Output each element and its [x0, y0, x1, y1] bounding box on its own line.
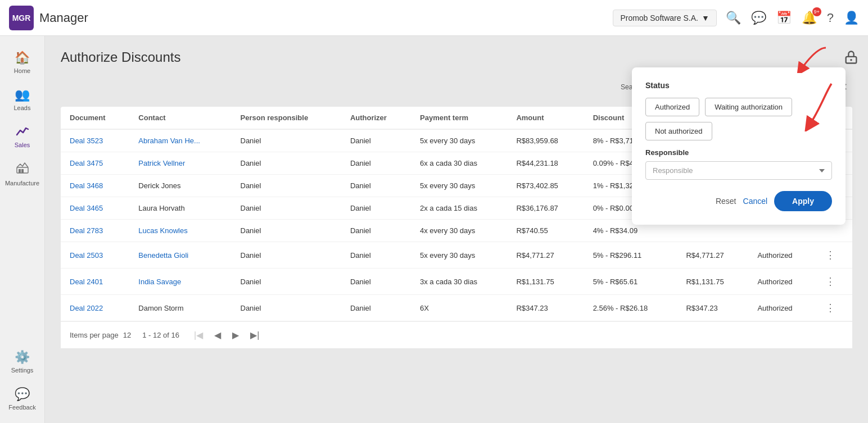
doc-link[interactable]: Deal 2503	[70, 251, 103, 260]
contact-link[interactable]: India Savage	[138, 278, 181, 286]
sidebar-label-feedback: Feedback	[8, 404, 35, 411]
app-title: Manager	[39, 11, 88, 25]
home-icon: 🏠	[15, 51, 30, 65]
sidebar-label-settings: Settings	[11, 367, 34, 374]
sidebar-item-feedback[interactable]: 💬 Feedback	[3, 381, 42, 416]
sales-icon	[16, 125, 29, 139]
notifications-icon[interactable]: 🔔 9+	[802, 11, 817, 25]
sidebar-label-sales: Sales	[15, 142, 30, 148]
status-waiting-button[interactable]: Waiting authorization	[705, 98, 792, 116]
responsible-select[interactable]: Responsible	[645, 161, 832, 180]
page-title: Authorize Discounts	[61, 49, 852, 65]
filter-actions: Reset Cancel Apply	[645, 191, 832, 211]
cancel-button[interactable]: Cancel	[743, 197, 768, 206]
pagination: Items per page 12 1 - 12 of 16 |◀ ◀ ▶ ▶|	[61, 321, 852, 348]
svg-point-4	[850, 59, 852, 61]
company-selector[interactable]: Promob Software S.A. ▼	[613, 10, 716, 26]
contact-link[interactable]: Lucas Knowles	[138, 226, 187, 235]
pagination-range: 1 - 12 of 16	[142, 331, 179, 339]
col-authorizer: Authorizer	[341, 107, 411, 129]
settings-icon: ⚙️	[15, 350, 30, 365]
contact-link[interactable]: Benedetta Gioli	[138, 251, 188, 260]
doc-link[interactable]: Deal 3468	[70, 181, 103, 190]
more-options-button[interactable]: ⋮	[825, 249, 835, 261]
help-icon[interactable]: ?	[827, 11, 834, 25]
filter-status-title: Status	[645, 81, 832, 90]
app-logo: MGR Manager	[9, 6, 88, 30]
more-options-button[interactable]: ⋮	[825, 275, 835, 288]
doc-link[interactable]: Deal 3475	[70, 159, 103, 167]
items-per-page-label: Items per page	[70, 331, 119, 339]
responsible-label: Responsible	[645, 148, 832, 157]
status-authorized-button[interactable]: Authorized	[645, 98, 699, 116]
doc-link[interactable]: Deal 3523	[70, 137, 103, 145]
sidebar-label-home: Home	[14, 67, 30, 74]
sidebar-item-settings[interactable]: ⚙️ Settings	[3, 344, 42, 379]
apply-button[interactable]: Apply	[774, 191, 832, 211]
leads-icon: 👥	[15, 88, 30, 102]
profile-icon[interactable]: 👤	[844, 11, 859, 25]
table-row: Deal 2503 Benedetta Gioli Daniel Daniel …	[61, 242, 852, 269]
reset-button[interactable]: Reset	[716, 197, 736, 206]
sidebar-item-sales[interactable]: Sales	[3, 119, 42, 154]
doc-link[interactable]: Deal 2022	[70, 304, 103, 312]
svg-rect-1	[19, 169, 21, 173]
calendar-icon[interactable]: 📅	[776, 11, 792, 25]
filter-popup: Status Authorized Waiting authorization …	[632, 67, 846, 225]
sidebar-item-leads[interactable]: 👥 Leads	[3, 82, 42, 117]
layout: 🏠 Home 👥 Leads Sales	[0, 36, 868, 423]
table-row: Deal 2022 Damon Storm Daniel Daniel 6X R…	[61, 295, 852, 321]
logo-icon: MGR	[9, 6, 34, 30]
chevron-down-icon: ▼	[702, 13, 709, 22]
next-page-button[interactable]: ▶	[229, 329, 242, 342]
status-not-authorized-button[interactable]: Not authorized	[645, 122, 712, 140]
last-page-button[interactable]: ▶|	[247, 329, 263, 342]
svg-rect-2	[21, 169, 24, 173]
sidebar-label-leads: Leads	[14, 104, 31, 111]
notifications-badge: 9+	[812, 7, 821, 16]
doc-link[interactable]: Deal 3465	[70, 204, 103, 212]
doc-link[interactable]: Deal 2401	[70, 278, 103, 286]
col-payment: Payment term	[411, 107, 507, 129]
navbar-icons: 🔍 💬 📅 🔔 9+ ? 👤	[726, 11, 859, 25]
contact-link[interactable]: Patrick Vellner	[138, 159, 185, 167]
sidebar: 🏠 Home 👥 Leads Sales	[0, 36, 45, 423]
company-name: Promob Software S.A.	[620, 13, 698, 22]
doc-link[interactable]: Deal 2783	[70, 226, 103, 235]
col-amount: Amount	[507, 107, 584, 129]
col-document: Document	[61, 107, 129, 129]
sidebar-item-home[interactable]: 🏠 Home	[3, 45, 42, 80]
company-selector-area: Promob Software S.A. ▼	[613, 10, 716, 26]
lock-icon[interactable]	[843, 49, 859, 67]
manufacture-icon	[16, 162, 29, 178]
sidebar-label-manufacture: Manufacture	[5, 180, 39, 187]
first-page-button[interactable]: |◀	[191, 329, 206, 342]
col-contact: Contact	[129, 107, 231, 129]
search-icon[interactable]: 🔍	[726, 11, 741, 25]
prev-page-button[interactable]: ◀	[211, 329, 224, 342]
more-options-button[interactable]: ⋮	[825, 302, 835, 314]
status-buttons: Authorized Waiting authorization Not aut…	[645, 98, 832, 140]
table-row: Deal 2401 India Savage Daniel Daniel 3x …	[61, 269, 852, 295]
main-content: Authorize Discounts Search 🔍 ✕	[45, 36, 868, 423]
sidebar-item-manufacture[interactable]: Manufacture	[3, 156, 42, 192]
navbar: MGR Manager Promob Software S.A. ▼ 🔍 💬 📅…	[0, 0, 868, 36]
chat-icon[interactable]: 💬	[751, 11, 766, 25]
contact-link[interactable]: Abraham Van He...	[138, 137, 200, 145]
feedback-icon: 💬	[15, 387, 30, 402]
items-per-page-value: 12	[123, 331, 131, 339]
col-responsible: Person responsible	[232, 107, 341, 129]
